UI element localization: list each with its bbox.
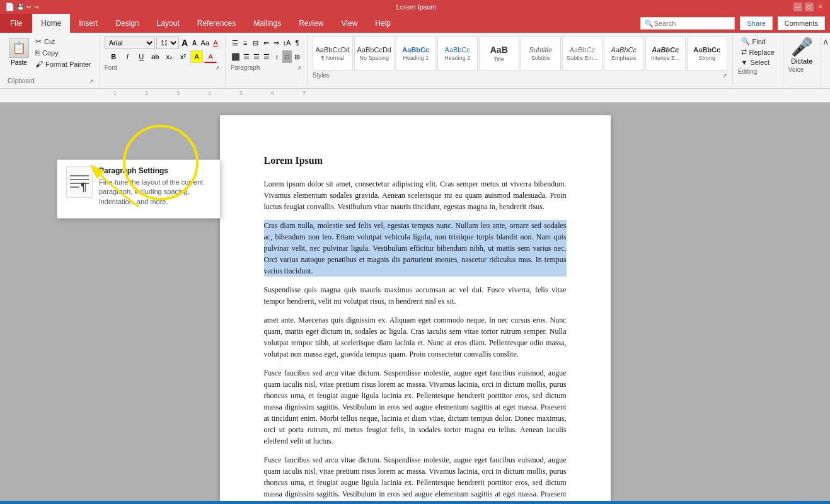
paragraph-expand-icon[interactable]: ↗ [297, 65, 302, 71]
font-color-button[interactable]: A [204, 50, 217, 63]
restore-button[interactable]: □ [805, 3, 814, 11]
style-title-label: Title [493, 56, 504, 62]
show-formatting-button[interactable]: ¶ [292, 37, 301, 49]
style-subtitle-label: Subtitle [531, 55, 550, 61]
select-button[interactable]: ▼ Select [739, 58, 777, 67]
style-normal[interactable]: AaBbCcDd ¶ Normal [313, 37, 353, 71]
document-page[interactable]: Lorem Ipsum Lorem ipsum dolor sit amet, … [220, 115, 611, 501]
find-icon: 🔍 [741, 37, 750, 45]
italic-button[interactable]: I [121, 50, 134, 63]
paragraph-3[interactable]: Suspendisse quis magna quis mauris maxim… [264, 284, 567, 307]
font-shrink-button[interactable]: A [190, 37, 199, 49]
style-title[interactable]: AaB Title [479, 37, 519, 71]
cut-button[interactable]: ✂ Cut [33, 37, 94, 47]
tooltip-container: ¶ Paragraph Settings Fine-tune the layou… [57, 159, 221, 219]
search-icon: 🔍 [645, 20, 654, 28]
numbering-button[interactable]: ≡ [241, 37, 250, 49]
tab-bar: File Home Insert Design Layout Reference… [0, 14, 830, 33]
clipboard-expand-icon[interactable]: ↗ [89, 78, 94, 84]
style-heading1[interactable]: AaBbCc Heading 1 [396, 37, 436, 71]
border-button[interactable]: ⊞ [293, 50, 302, 63]
font-grow-button[interactable]: A [180, 37, 189, 49]
collapse-icon[interactable]: ∧ [822, 37, 829, 47]
copy-icon: ⎘ [35, 49, 40, 57]
search-box[interactable]: 🔍 [640, 17, 735, 30]
dictate-button[interactable]: 🎤 [791, 37, 813, 57]
strikethrough-button[interactable]: ab [149, 50, 161, 63]
increase-indent-button[interactable]: ⇒ [272, 37, 280, 49]
style-intense-e[interactable]: AaBbCc Intense E... [645, 37, 686, 71]
search-area: 🔍 Share Comments [640, 14, 830, 33]
paragraph-6[interactable]: Fusce faucibus sed arcu vitae dictum. Su… [264, 454, 567, 501]
tab-mailings[interactable]: Mailings [245, 14, 290, 33]
font-name-select[interactable]: Arial [105, 37, 155, 49]
style-subtle-em[interactable]: AaBbCc Subtle Em... [562, 37, 602, 71]
format-painter-button[interactable]: 🖌 Format Painter [33, 59, 94, 69]
font-size-select[interactable]: 12 [156, 37, 179, 49]
line-spacing-button[interactable]: ↕ [272, 50, 281, 63]
ribbon-collapse[interactable]: ∧ [821, 34, 830, 87]
copy-label: Copy [42, 49, 59, 57]
sort-button[interactable]: ↕A [282, 37, 292, 49]
tooltip-icon-area: ¶ Paragraph Settings Fine-tune the layou… [66, 166, 211, 207]
tab-insert[interactable]: Insert [70, 14, 107, 33]
paragraph-5[interactable]: Fusce faucibus sed arcu vitae dictum. Su… [264, 367, 567, 447]
window-controls[interactable]: ─ □ ✕ [793, 3, 825, 11]
tab-file[interactable]: File [0, 14, 32, 33]
editing-buttons: 🔍 Find ⇄ Replace ▼ Select [739, 37, 777, 67]
style-subtitle[interactable]: Subtitle Subtitle [521, 37, 561, 71]
clipboard-label: Clipboard [8, 77, 35, 84]
multilevel-button[interactable]: ⊟ [251, 37, 260, 49]
paragraph-1[interactable]: Lorem ipsum dolor sit amet, consectetur … [264, 178, 567, 212]
style-emphasis-label: Emphasis [611, 55, 637, 61]
paragraph-4[interactable]: amet ante. Maecenas quis dignissim ex. A… [264, 314, 567, 360]
styles-expand-icon[interactable]: ↗ [722, 72, 727, 79]
minimize-button[interactable]: ─ [793, 3, 802, 11]
font-controls: B I U ab x₂ x² A A [107, 50, 217, 63]
style-emphasis[interactable]: AaBbCc Emphasis [604, 37, 644, 71]
font-expand-icon[interactable]: ↗ [215, 65, 220, 71]
align-center-button[interactable]: ☰ [242, 50, 251, 63]
tab-view[interactable]: View [333, 14, 367, 33]
tooltip-paragraph-icon: ¶ [66, 166, 93, 198]
tooltip-box: ¶ Paragraph Settings Fine-tune the layou… [57, 159, 221, 219]
tab-home[interactable]: Home [32, 14, 70, 33]
close-button[interactable]: ✕ [816, 3, 825, 11]
clipboard-group: 📋 Paste ✂ Cut ⎘ Copy 🖌 Format Painter [3, 34, 100, 87]
style-no-spacing-preview: AaBbCcDd [357, 46, 391, 54]
paragraph-2[interactable]: Cras diam nulla, molestie sed felis vel,… [264, 220, 567, 277]
comments-button[interactable]: Comments [778, 16, 825, 30]
replace-button[interactable]: ⇄ Replace [739, 47, 777, 57]
bullets-button[interactable]: ☰ [231, 37, 239, 49]
tab-layout[interactable]: Layout [148, 14, 188, 33]
decrease-indent-button[interactable]: ⇐ [262, 37, 270, 49]
bold-button[interactable]: B [107, 50, 120, 63]
dictate-label: Dictate [791, 57, 812, 65]
tab-help[interactable]: Help [366, 14, 400, 33]
underline-button[interactable]: U [135, 50, 147, 63]
tab-references[interactable]: References [188, 14, 245, 33]
tab-review[interactable]: Review [290, 14, 332, 33]
tab-design[interactable]: Design [107, 14, 147, 33]
font-case-button[interactable]: Aa [200, 37, 210, 49]
font-clear-button[interactable]: A [211, 37, 220, 49]
shading-button[interactable]: □ [282, 50, 291, 63]
style-no-spacing[interactable]: AaBbCcDd No Spacing [354, 37, 395, 71]
find-button[interactable]: 🔍 Find [739, 37, 777, 46]
highlight-button[interactable]: A [190, 50, 203, 63]
style-strong[interactable]: AaBbCc Strong [687, 37, 727, 71]
align-right-button[interactable]: ☰ [252, 50, 261, 63]
superscript-button[interactable]: x² [176, 50, 189, 63]
paste-button[interactable]: 📋 Paste [8, 37, 30, 67]
share-button[interactable]: Share [740, 16, 772, 30]
styles-row: AaBbCcDd ¶ Normal AaBbCcDd No Spacing Aa… [313, 37, 727, 71]
align-justify-button[interactable]: ☰ [262, 50, 271, 63]
paragraph-label: Paragraph [231, 64, 260, 71]
paste-label: Paste [11, 59, 27, 66]
copy-button[interactable]: ⎘ Copy [33, 48, 94, 58]
subscript-button[interactable]: x₂ [163, 50, 175, 63]
styles-label: Styles [313, 72, 330, 79]
align-left-button[interactable]: ⬛ [231, 50, 241, 63]
style-heading2[interactable]: AaBbCc Heading 2 [437, 37, 478, 71]
search-input[interactable] [654, 20, 730, 27]
